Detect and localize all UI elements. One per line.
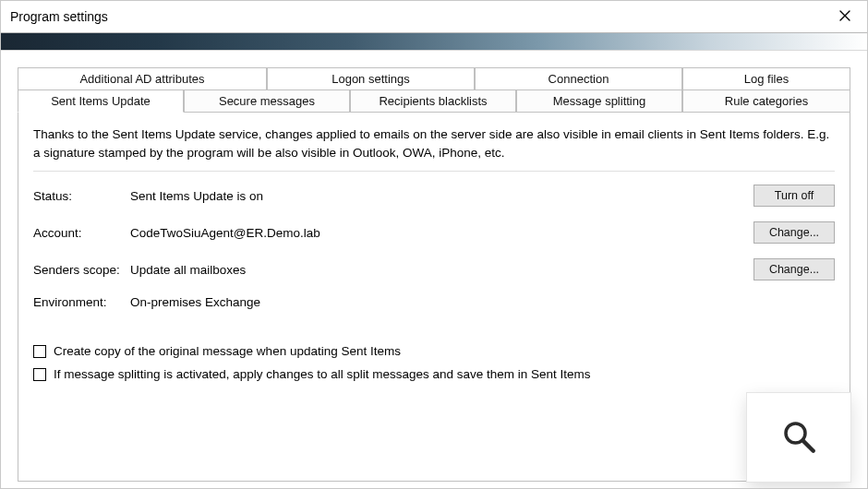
tab-recipients-blacklists[interactable]: Recipients blacklists bbox=[350, 89, 516, 113]
tab-row-primary: Sent Items Update Secure messages Recipi… bbox=[18, 89, 850, 113]
row-environment: Environment: On-premises Exchange bbox=[33, 295, 835, 309]
value-account: CodeTwoSiuAgent@ER.Demo.lab bbox=[130, 226, 733, 240]
client-area: Additional AD attributes Logon settings … bbox=[1, 51, 867, 482]
window-title: Program settings bbox=[10, 9, 108, 24]
label-status: Status: bbox=[33, 189, 130, 203]
tab-log-files[interactable]: Log files bbox=[682, 67, 850, 89]
tab-row-secondary: Additional AD attributes Logon settings … bbox=[18, 67, 850, 89]
value-environment: On-premises Exchange bbox=[130, 295, 733, 309]
svg-line-1 bbox=[802, 440, 813, 450]
label-account: Account: bbox=[33, 226, 130, 240]
panel-description: Thanks to the Sent Items Update service,… bbox=[33, 125, 835, 161]
tab-secure-messages[interactable]: Secure messages bbox=[184, 89, 350, 113]
tab-logon-settings[interactable]: Logon settings bbox=[267, 67, 475, 89]
ribbon-gradient-band bbox=[1, 32, 867, 51]
checkbox-apply-to-split-label: If message splitting is activated, apply… bbox=[54, 367, 591, 381]
label-senders-scope: Senders scope: bbox=[33, 263, 130, 277]
tab-additional-ad-attributes[interactable]: Additional AD attributes bbox=[18, 67, 267, 89]
search-icon bbox=[779, 417, 818, 459]
close-button[interactable] bbox=[826, 1, 863, 32]
checkbox-create-copy-label: Create copy of the original message when… bbox=[54, 344, 401, 358]
titlebar: Program settings bbox=[1, 1, 867, 32]
checkbox-create-copy[interactable]: Create copy of the original message when… bbox=[33, 344, 835, 358]
checkbox-box-icon bbox=[33, 368, 46, 381]
magnifier-overlay[interactable] bbox=[747, 393, 850, 482]
change-scope-button[interactable]: Change... bbox=[753, 258, 835, 280]
tab-panel-sent-items-update: Thanks to the Sent Items Update service,… bbox=[18, 113, 850, 482]
divider bbox=[33, 171, 835, 172]
row-status: Status: Sent Items Update is on Turn off bbox=[33, 185, 835, 207]
label-environment: Environment: bbox=[33, 295, 130, 309]
turn-off-button[interactable]: Turn off bbox=[753, 185, 835, 207]
change-account-button[interactable]: Change... bbox=[753, 221, 835, 244]
tab-rule-categories[interactable]: Rule categories bbox=[682, 89, 850, 113]
tab-connection[interactable]: Connection bbox=[475, 67, 682, 89]
settings-rows: Status: Sent Items Update is on Turn off… bbox=[33, 185, 835, 309]
value-status: Sent Items Update is on bbox=[130, 189, 733, 203]
tab-message-splitting[interactable]: Message splitting bbox=[516, 89, 682, 113]
checkbox-apply-to-split[interactable]: If message splitting is activated, apply… bbox=[33, 367, 835, 381]
checkbox-group: Create copy of the original message when… bbox=[33, 344, 835, 381]
row-account: Account: CodeTwoSiuAgent@ER.Demo.lab Cha… bbox=[33, 221, 835, 244]
checkbox-box-icon bbox=[33, 345, 46, 358]
close-icon bbox=[839, 10, 850, 24]
value-senders-scope: Update all mailboxes bbox=[130, 263, 733, 277]
row-senders-scope: Senders scope: Update all mailboxes Chan… bbox=[33, 258, 835, 280]
tab-sent-items-update[interactable]: Sent Items Update bbox=[18, 89, 184, 113]
